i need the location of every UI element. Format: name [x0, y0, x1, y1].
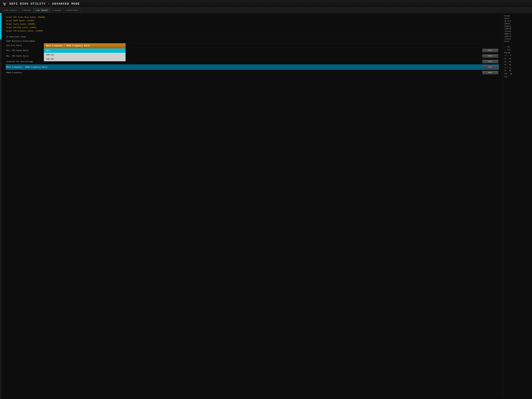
setting-label-6: BCLK Frequency : DRAM Frequency Ratio [6, 66, 482, 68]
setting-value-btn-3[interactable]: Auto [482, 49, 498, 52]
content-area: Target CPU Turbo-Mode Speed: 3900MHzTarg… [2, 13, 503, 399]
nav-item-avance[interactable]: ⚙Avancé [51, 8, 63, 13]
key-hint-select-h: ↔: Sél [504, 45, 531, 48]
nav-item-general[interactable]: ≡Général [19, 8, 33, 13]
header: 🦅 UEFI BIOS UTILITY – ADVANCED MODE [0, 0, 532, 8]
right-panel-description: Permetentrede la m[Auto]valeurs[100:10vi… [504, 15, 531, 43]
dropdown-option-2[interactable]: 100:100 [44, 57, 126, 61]
main-layout: Target CPU Turbo-Mode Speed: 3900MHzTarg… [0, 13, 532, 399]
info-rows: Target CPU Turbo-Mode Speed: 3900MHzTarg… [6, 16, 499, 33]
nav-item-ai_tweaker[interactable]: ◉Ai Tweaker [33, 8, 51, 13]
nav-label-favoris: Mes favoris [6, 9, 17, 11]
scrollbar-thumb [0, 13, 2, 39]
setting-row-7[interactable]: DRAM FrequencyAuto [6, 70, 499, 76]
setting-value-7[interactable]: Auto [482, 71, 498, 74]
info-row-0: Target CPU Turbo-Mode Speed: 3900MHz [6, 16, 499, 19]
setting-value-btn-6[interactable]: Auto [482, 65, 498, 69]
info-row-4: Target CPU Graphics Speed: 1250MHz [6, 29, 499, 33]
asus-logo-icon: 🦅 [3, 2, 7, 6]
nav-icon-favoris: ★ [4, 9, 5, 12]
nav-icon-materielle: ⚙ [66, 9, 67, 12]
nav-label-ai_tweaker: Ai Tweaker [38, 9, 48, 11]
key-hint-f10: F10 : Sa [504, 72, 531, 76]
navigation-bar: ★Mes favoris≡Général◉Ai Tweaker⚙Avancé⚙m… [0, 8, 532, 13]
setting-row-0[interactable]: Ai Overclock Tuner [6, 35, 499, 39]
setting-label-7: DRAM Frequency [6, 72, 482, 74]
dropdown-popup[interactable]: BCLK Frequency : DRAM Frequency Ratio Au… [44, 43, 126, 61]
setting-value-3[interactable]: Auto [482, 49, 498, 52]
info-row-2: Target Cache Speed: 3900MHz [6, 22, 499, 26]
dropdown-body: Auto100:133100:100 [44, 48, 126, 61]
dropdown-header: BCLK Frequency : DRAM Frequency Ratio [44, 43, 126, 48]
key-hint-select-v: ↕: Sél [504, 48, 531, 51]
dropdown-option-0[interactable]: Auto [44, 49, 126, 53]
nav-icon-general: ≡ [22, 9, 23, 12]
info-row-1: Target DRAM Speed: 1333MHz [6, 19, 499, 22]
setting-row-6[interactable]: BCLK Frequency : DRAM Frequency RatioAut… [6, 64, 499, 70]
setting-value-5[interactable]: Auto [482, 60, 498, 63]
nav-label-general: Général [24, 9, 31, 11]
key-hint-f12: F12 : [504, 76, 531, 78]
right-panel: Permetentrede la m[Auto]valeurs[100:10vi… [503, 13, 532, 399]
nav-icon-avance: ⚙ [53, 9, 54, 12]
scrollbar[interactable] [0, 13, 2, 399]
key-hint-plusminus: +/- : M [504, 54, 531, 57]
setting-value-btn-5[interactable]: Auto [482, 60, 498, 63]
nav-item-favoris[interactable]: ★Mes favoris [1, 8, 19, 13]
right-panel-keys: ↔: Sél ↕: Sél Entrée +/- : M F1 : Ai F2 … [504, 45, 531, 78]
dropdown-option-1[interactable]: 100:133 [44, 53, 126, 57]
nav-label-avance: Avancé [55, 9, 61, 11]
setting-row-1[interactable]: ASUS MultiCore Enhancement [6, 39, 499, 43]
setting-label-1: ASUS MultiCore Enhancement [6, 40, 498, 42]
info-row-3: Target DMI/PEG Clock: 100MHz [6, 26, 499, 29]
key-hint-f2: F2 : Va [504, 60, 531, 63]
nav-label-materielle: matérielle [68, 9, 78, 11]
key-hint-f1: F1 : Ai [504, 57, 531, 60]
key-hint-f5: F5 : Ré [504, 70, 531, 72]
logo: 🦅 [3, 2, 7, 6]
setting-value-6[interactable]: Auto [482, 65, 498, 69]
setting-value-btn-4[interactable]: Auto [482, 54, 498, 58]
nav-item-materielle[interactable]: ⚙matérielle [63, 8, 81, 13]
setting-value-4[interactable]: Auto [482, 54, 498, 58]
setting-label-0: Ai Overclock Tuner [6, 36, 498, 38]
key-hint-f4: F4 : Aj [504, 66, 531, 70]
key-hint-f3: F3 : Ra [504, 63, 531, 66]
key-hint-enter: Entrée [504, 51, 531, 55]
setting-value-btn-7[interactable]: Auto [482, 71, 498, 74]
nav-icon-ai_tweaker: ◉ [36, 9, 37, 12]
app-title: UEFI BIOS UTILITY – ADVANCED MODE [9, 2, 80, 6]
